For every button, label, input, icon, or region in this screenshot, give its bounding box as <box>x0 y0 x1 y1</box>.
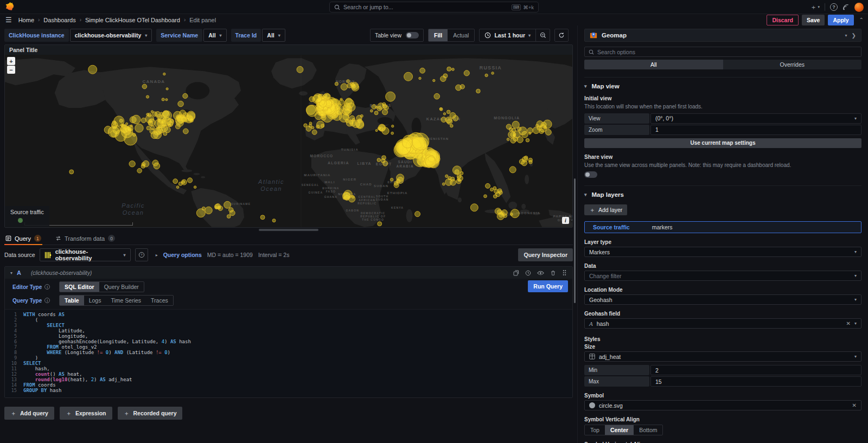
apply-button[interactable]: Apply <box>828 15 853 25</box>
size-field-select[interactable]: adj_heat ▾ <box>584 351 861 362</box>
datasource-help-button[interactable]: ? <box>135 248 148 261</box>
option-sql-editor[interactable]: SQL Editor <box>60 282 99 292</box>
query-card-header[interactable]: ▾ A (clickhouse-observability) <box>5 267 572 279</box>
zoom-input[interactable]: 1 <box>650 125 861 135</box>
main-scrollbar-gutter <box>573 25 577 443</box>
use-current-map-settings-button[interactable]: Use current map settings <box>584 138 861 148</box>
info-icon: i <box>44 298 50 303</box>
svg-text:?: ? <box>141 253 143 256</box>
svg-text:TUNISIA: TUNISIA <box>341 148 359 151</box>
options-tab-overrides[interactable]: Overrides <box>723 60 862 69</box>
tab-transform-data[interactable]: Transform data0 <box>54 232 116 245</box>
duplicate-query-icon[interactable] <box>513 270 519 276</box>
option-top[interactable]: Top <box>585 425 605 435</box>
collapse-query-icon[interactable]: ▾ <box>10 271 12 275</box>
map-zoom-in-button[interactable]: + <box>7 57 15 65</box>
options-search-input[interactable]: Search options <box>584 47 861 57</box>
grafana-logo[interactable] <box>5 2 15 11</box>
add-layer-button[interactable]: ＋ Add layer <box>584 204 627 215</box>
expression-button[interactable]: ＋Expression <box>60 407 112 420</box>
global-search-input[interactable]: Search or jump to... ⌨ ⌘+k <box>329 2 539 12</box>
variable-value-dropdown[interactable]: clickhouse-observability▾ <box>70 29 152 42</box>
breadcrumb-item[interactable]: Home <box>18 17 34 23</box>
variable-value-dropdown[interactable]: All▾ <box>203 29 226 42</box>
option-query-builder[interactable]: Query Builder <box>99 282 144 292</box>
location-mode-select[interactable]: Geohash ▾ <box>584 294 861 305</box>
variable-value-dropdown[interactable]: All▾ <box>262 29 285 42</box>
share-view-switch[interactable] <box>584 171 597 178</box>
min-input[interactable]: 2 <box>650 365 861 375</box>
collapse-pane-icon[interactable]: ❯ <box>852 33 856 38</box>
share-view-label: Share view <box>584 154 861 160</box>
geohash-field-select[interactable]: A hash ✕ ▾ <box>584 318 861 329</box>
table-view-toggle[interactable]: Table view <box>370 29 424 42</box>
help-icon[interactable]: ? <box>830 3 838 11</box>
refresh-button[interactable] <box>554 29 569 42</box>
geomap-canvas[interactable]: + − <box>5 55 572 227</box>
zoom-out-time-button[interactable] <box>535 29 550 41</box>
visualization-picker[interactable]: Geomap ▾ ❯ <box>584 29 861 42</box>
breadcrumb-item[interactable]: Simple ClickHouse OTel Dashboard <box>85 17 180 23</box>
time-range-picker[interactable]: Last 1 hour ▾ <box>480 29 535 41</box>
initial-view-label: Initial view <box>584 95 861 101</box>
info-icon: i <box>44 284 50 290</box>
recorded-query-button[interactable]: ＋Recorded query <box>118 407 183 420</box>
sql-line: 15GROUP BY hash <box>5 388 572 393</box>
table-view-switch[interactable] <box>406 32 419 38</box>
clear-icon[interactable]: ✕ <box>846 320 851 326</box>
breadcrumb-item[interactable]: Dashboards <box>43 17 75 23</box>
options-tab-all[interactable]: All <box>584 60 723 69</box>
drag-handle-icon[interactable] <box>562 269 567 276</box>
option-fill[interactable]: Fill <box>429 29 448 41</box>
view-select[interactable]: (0°, 0°) ▾ <box>650 113 861 124</box>
plus-ic: ＋ <box>10 409 16 418</box>
option-center[interactable]: Center <box>605 425 634 435</box>
scrollbar-thumb[interactable] <box>574 178 576 303</box>
data-filter-select[interactable]: Change filter ▾ <box>584 271 861 281</box>
option-time-series[interactable]: Time Series <box>106 296 146 305</box>
keyboard-icon: ⌨ <box>512 4 521 10</box>
layer-type-select[interactable]: Markers ▾ <box>584 247 861 257</box>
layer-card[interactable]: Source traffic markers <box>584 221 861 233</box>
add-query-button[interactable]: ＋Add query <box>4 407 54 420</box>
news-icon[interactable] <box>843 4 850 11</box>
hide-query-icon[interactable] <box>537 270 544 276</box>
svg-text:CHAD: CHAD <box>360 183 372 186</box>
query-history-icon[interactable] <box>525 270 531 276</box>
discard-button[interactable]: Discard <box>767 15 799 25</box>
collapse-options-icon[interactable]: ⌃ <box>859 17 864 23</box>
map-zoom-out-button[interactable]: − <box>7 66 15 74</box>
sql-line: 6 geohashEncode(Longitude, Latitude, 4) … <box>5 339 572 344</box>
option-logs[interactable]: Logs <box>84 296 106 305</box>
map-attribution-button[interactable]: i <box>562 217 569 224</box>
tab-query[interactable]: Query1 <box>4 232 42 245</box>
add-menu-button[interactable]: ＋▾ <box>810 3 820 12</box>
user-avatar[interactable] <box>854 3 864 12</box>
zoom-label: Zoom <box>584 125 649 135</box>
query-options-toggle[interactable]: Query options <box>163 252 202 258</box>
transform-icon <box>55 235 61 241</box>
option-actual[interactable]: Actual <box>448 29 474 41</box>
variable-filter: Service NameAll▾ <box>156 29 226 42</box>
symbol-label: Symbol <box>584 393 861 399</box>
pane-splitter[interactable] <box>4 228 573 232</box>
delete-query-icon[interactable] <box>550 270 556 276</box>
datasource-picker[interactable]: clickhouse-observability ▾ <box>40 248 131 261</box>
symbol-select[interactable]: circle.svg ✕ <box>584 400 861 410</box>
menu-toggle-icon[interactable]: ☰ <box>5 16 12 24</box>
max-input[interactable]: 15 <box>650 376 861 387</box>
clear-icon[interactable]: ✕ <box>852 402 857 408</box>
option-traces[interactable]: Traces <box>146 296 173 305</box>
query-editor-tabs: Query1Transform data0 <box>4 232 573 245</box>
map-view-header[interactable]: ▾ Map view <box>584 83 861 89</box>
panel-title[interactable]: Panel Title <box>5 45 572 55</box>
map-layers-header[interactable]: ▾ Map layers <box>584 191 861 198</box>
option-bottom[interactable]: Bottom <box>634 425 662 435</box>
run-query-button[interactable]: Run Query <box>528 280 568 292</box>
sql-editor[interactable]: 1WITH coords AS2 (3 SELECT4 Latitude,5 L… <box>5 309 572 397</box>
chevron-right-icon[interactable]: ▸ <box>156 253 158 258</box>
query-inspector-button[interactable]: Query Inspector <box>518 248 573 261</box>
option-table[interactable]: Table <box>60 296 84 305</box>
query-footer-buttons: ＋Add query＋Expression＋Recorded query <box>4 407 573 420</box>
save-button[interactable]: Save <box>802 15 825 25</box>
